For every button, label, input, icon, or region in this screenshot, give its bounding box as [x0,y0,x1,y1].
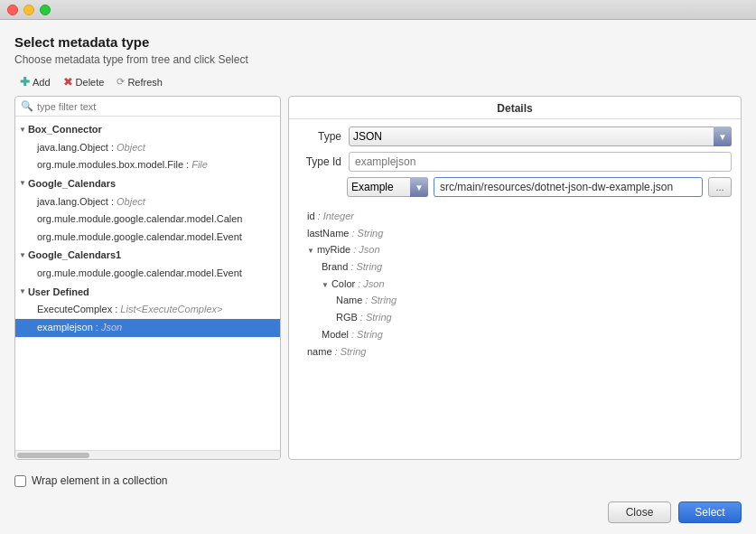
refresh-icon: ⟳ [117,76,125,88]
example-path-input[interactable] [434,177,703,197]
json-node: id : Integer [307,208,723,225]
type-row: Type JSON XML Java CSV ▼ [298,126,732,146]
expand-icon: ▼ [19,249,26,262]
bottom-bar: Wrap element in a collection [0,467,756,494]
maximize-button[interactable] [40,5,51,15]
tree-item[interactable]: ExecuteComplex : List<ExecuteComplex> [15,301,280,319]
traffic-lights [7,5,51,15]
group-label: Google_Calendars1 [28,247,121,264]
json-node: RGB : String [307,309,723,326]
expand-icon: ▼ [19,177,26,190]
tree-item[interactable]: org.mule.module.google.calendar.model.Ev… [15,229,280,247]
search-box: 🔍 [15,97,280,117]
tree-item[interactable]: org.mule.modules.box.model.File : File [15,156,280,174]
details-header: Details [289,97,741,119]
group-label: User Defined [28,284,89,301]
tree-item[interactable]: java.lang.Object : Object [15,193,280,211]
toolbar: ✚ Add ✖ Delete ⟳ Refresh [14,73,742,90]
example-select-wrapper: Example ▼ [347,177,428,197]
tree-item-selected[interactable]: examplejson : Json [15,319,280,337]
tree-group-box-connector[interactable]: ▼ Box_Connector [15,120,280,139]
close-button[interactable]: Close [608,501,671,523]
dialog: Select metadata type Choose metadata typ… [0,20,756,534]
json-node: Model : String [307,326,723,343]
dialog-subtitle: Choose metadata type from tree and click… [14,53,742,66]
example-select[interactable]: Example [347,177,428,197]
json-tree: id : Integer lastName : String ▼ myRide … [298,202,732,365]
delete-label: Delete [76,77,105,88]
delete-button[interactable]: ✖ Delete [58,73,110,90]
json-node: name : String [307,343,723,361]
type-id-row: Type Id [298,152,732,172]
dialog-footer: Close Select [0,494,756,534]
tree-group-google-calendars1[interactable]: ▼ Google_Calendars1 [15,246,280,265]
search-input[interactable] [37,101,275,112]
search-icon: 🔍 [21,100,33,112]
type-label: Type [298,130,341,143]
type-id-input[interactable] [349,152,732,172]
json-node: ▼ myRide : Json [307,241,723,258]
scrollbar-thumb[interactable] [17,453,89,458]
dialog-title: Select metadata type [14,34,742,50]
minimize-button[interactable] [23,5,34,15]
left-panel: 🔍 ▼ Box_Connector java.lang.Object : Obj… [14,96,281,460]
tree-group-user-defined[interactable]: ▼ User Defined [15,283,280,302]
wrap-checkbox-label[interactable]: Wrap element in a collection [14,474,168,487]
right-panel: Details Type JSON XML Java CSV ▼ [288,96,742,460]
expand-icon: ▼ [19,124,26,136]
browse-button[interactable]: ... [708,177,732,197]
tree-area[interactable]: ▼ Box_Connector java.lang.Object : Objec… [15,117,280,450]
select-button[interactable]: Select [678,501,742,523]
expand-icon: ▼ [19,286,26,298]
details-body: Type JSON XML Java CSV ▼ [289,119,741,372]
json-node: ▼ Color : Json [307,276,723,293]
tree-item[interactable]: org.mule.module.google.calendar.model.Ev… [15,265,280,283]
close-button[interactable] [7,5,18,15]
horizontal-scrollbar[interactable] [15,450,280,459]
tree-group-google-calendars[interactable]: ▼ Google_Calendars [15,174,280,193]
tree-item[interactable]: java.lang.Object : Object [15,139,280,157]
add-label: Add [33,77,51,88]
title-bar [0,0,756,20]
dialog-body: ✚ Add ✖ Delete ⟳ Refresh 🔍 [0,73,756,467]
json-node: Brand : String [307,258,723,276]
delete-icon: ✖ [63,75,73,89]
type-select-wrapper: JSON XML Java CSV ▼ [349,126,732,146]
json-node: Name : String [307,292,723,309]
main-content: 🔍 ▼ Box_Connector java.lang.Object : Obj… [14,96,742,460]
example-row: Example ▼ ... [298,177,732,197]
wrap-checkbox[interactable] [14,475,26,487]
refresh-button[interactable]: ⟳ Refresh [111,74,168,89]
tree-item[interactable]: org.mule.module.google.calendar.model.Ca… [15,211,280,229]
add-button[interactable]: ✚ Add [14,73,56,90]
json-node: lastName : String [307,225,723,242]
group-label: Google_Calendars [28,175,116,192]
refresh-label: Refresh [127,77,163,88]
type-id-label: Type Id [298,155,341,168]
add-icon: ✚ [20,75,30,89]
dialog-header: Select metadata type Choose metadata typ… [0,20,756,73]
type-select[interactable]: JSON XML Java CSV [349,126,732,146]
group-label: Box_Connector [28,121,102,138]
wrap-label: Wrap element in a collection [32,474,168,487]
